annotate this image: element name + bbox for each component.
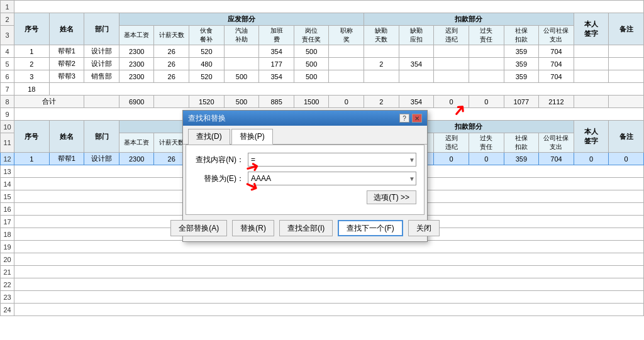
total-absent-ded: 354	[399, 96, 434, 108]
replace-input[interactable]	[248, 172, 416, 185]
cell-over-resp[interactable]	[469, 70, 504, 83]
cell-title[interactable]	[329, 45, 364, 58]
cell-ot[interactable]: 354	[259, 70, 294, 83]
header-name: 姓名	[49, 13, 84, 45]
row-num: 4	[1, 45, 14, 58]
cell-name[interactable]: 帮帮2	[49, 58, 84, 70]
cell-basepay[interactable]: 2300	[119, 45, 154, 58]
sel-seq[interactable]: 1	[14, 153, 50, 165]
cell-discipline[interactable]	[434, 45, 469, 58]
cell-name[interactable]: 帮帮1	[49, 45, 84, 58]
cell-days[interactable]: 26	[154, 45, 189, 58]
cell-absent-days[interactable]	[364, 70, 399, 83]
cell-meal[interactable]: 520	[189, 70, 225, 83]
find-replace-dialog: 查找和替换 ? ✕ 查找(D) 替换(P) 查找内容(N)： ▼ 替换为(E)：	[182, 110, 428, 242]
sel-discipline[interactable]: 0	[434, 153, 469, 165]
cell-name[interactable]: 帮帮3	[49, 70, 84, 83]
dialog-close-button[interactable]: ✕	[412, 114, 422, 123]
cell-company-social[interactable]: 704	[539, 58, 574, 70]
cell-signature[interactable]	[574, 58, 609, 70]
find-input-container: ▼	[248, 153, 416, 167]
sel-dept[interactable]: 设计部	[84, 153, 119, 165]
cell-title[interactable]	[329, 70, 364, 83]
cell-remarks[interactable]	[609, 58, 644, 70]
header-absent-days: 缺勤天数	[364, 26, 399, 45]
total-remarks	[609, 96, 644, 108]
row-num: 16	[1, 203, 14, 216]
cell-pos[interactable]: 500	[294, 58, 329, 70]
cell-basepay[interactable]: 2300	[119, 58, 154, 70]
cell-absent-ded[interactable]	[399, 45, 434, 58]
row-num: 17	[1, 216, 14, 228]
replace-all-button[interactable]: 全部替换(A)	[170, 220, 227, 236]
cell-discipline[interactable]	[434, 70, 469, 83]
close-button[interactable]: 关闭	[408, 220, 440, 236]
empty-cell	[14, 1, 644, 13]
cell-days[interactable]: 26	[154, 70, 189, 83]
cell-dept[interactable]: 设计部	[84, 58, 119, 70]
empty-cells[interactable]	[49, 83, 643, 96]
cell-discipline[interactable]	[434, 58, 469, 70]
cell-seq[interactable]: 1	[14, 45, 50, 58]
replace-input-container: ▼	[248, 172, 416, 185]
cell-basepay[interactable]: 2300	[119, 70, 154, 83]
cell-seq[interactable]: 18	[14, 83, 50, 96]
sel-basepay[interactable]: 2300	[119, 153, 154, 165]
cell-remarks[interactable]	[609, 45, 644, 58]
tab-replace[interactable]: 替换(P)	[231, 129, 273, 145]
dialog-help-button[interactable]: ?	[399, 114, 409, 123]
total-meal: 1520	[189, 96, 225, 108]
header2-dept: 部门	[84, 121, 119, 153]
header-koukuan: 扣款部分	[364, 13, 574, 26]
cell-ot[interactable]: 354	[259, 45, 294, 58]
cell-absent-days[interactable]: 2	[364, 58, 399, 70]
header-basepay: 基本工资	[119, 26, 154, 45]
header-remarks: 备注	[609, 13, 644, 45]
cell-ot[interactable]: 177	[259, 58, 294, 70]
row-num: 3	[1, 26, 14, 45]
row-num: 20	[1, 253, 14, 266]
total-basepay: 6900	[119, 96, 154, 108]
cell-social[interactable]: 359	[504, 45, 539, 58]
sel-company-social[interactable]: 704	[539, 153, 574, 165]
cell-pos[interactable]: 500	[294, 70, 329, 83]
sel-social[interactable]: 359	[504, 153, 539, 165]
cell-over-resp[interactable]	[469, 58, 504, 70]
sel-over-resp[interactable]: 0	[469, 153, 504, 165]
options-button[interactable]: 选项(T) >>	[367, 190, 416, 204]
header2-discipline: 迟到违纪	[434, 133, 469, 153]
find-input[interactable]	[248, 153, 416, 167]
cell-social[interactable]: 359	[504, 58, 539, 70]
cell-meal[interactable]: 520	[189, 45, 225, 58]
replace-button[interactable]: 替换(R)	[232, 220, 274, 236]
tab-find[interactable]: 查找(D)	[188, 129, 230, 145]
sel-name[interactable]: 帮帮1	[49, 153, 84, 165]
cell-remarks[interactable]	[609, 70, 644, 83]
cell-absent-days[interactable]	[364, 45, 399, 58]
cell-absent-ded[interactable]	[399, 70, 434, 83]
header-social: 社保扣款	[504, 26, 539, 45]
cell-signature[interactable]	[574, 70, 609, 83]
cell-over-resp[interactable]	[469, 45, 504, 58]
sel-signature[interactable]: 0	[574, 153, 609, 165]
cell-dept[interactable]: 销售部	[84, 70, 119, 83]
cell-social[interactable]: 359	[504, 70, 539, 83]
cell-days[interactable]: 26	[154, 58, 189, 70]
cell-title[interactable]	[329, 58, 364, 70]
cell-gas[interactable]	[224, 45, 259, 58]
cell-seq[interactable]: 3	[14, 70, 50, 83]
cell-company-social[interactable]: 704	[539, 45, 574, 58]
cell-gas[interactable]	[224, 58, 259, 70]
sel-remarks[interactable]: 0	[609, 153, 644, 165]
cell-gas[interactable]: 500	[224, 70, 259, 83]
cell-absent-ded[interactable]: 354	[399, 58, 434, 70]
cell-meal[interactable]: 480	[189, 58, 225, 70]
cell-signature[interactable]	[574, 45, 609, 58]
find-next-button[interactable]: 查找下一个(F)	[338, 220, 402, 236]
cell-dept[interactable]: 设计部	[84, 45, 119, 58]
cell-pos[interactable]: 500	[294, 45, 329, 58]
cell-company-social[interactable]: 704	[539, 70, 574, 83]
cell-seq[interactable]: 2	[14, 58, 50, 70]
header-days: 计薪天数	[154, 26, 189, 45]
find-all-button[interactable]: 查找全部(I)	[279, 220, 333, 236]
